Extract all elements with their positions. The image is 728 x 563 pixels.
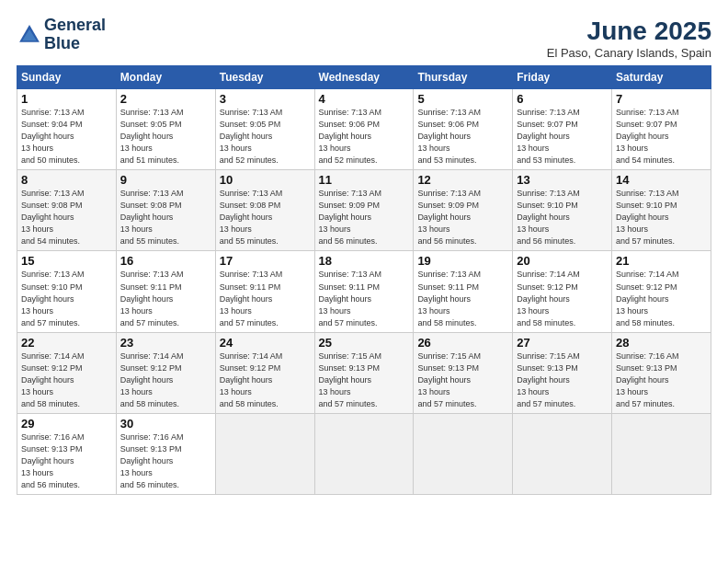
calendar-week-1: 1Sunrise: 7:13 AMSunset: 9:04 PMDaylight… bbox=[17, 89, 711, 170]
calendar-cell: 21Sunrise: 7:14 AMSunset: 9:12 PMDayligh… bbox=[612, 251, 711, 332]
day-number: 19 bbox=[417, 254, 508, 268]
title-area: June 2025 El Paso, Canary Islands, Spain bbox=[547, 17, 711, 60]
day-number: 17 bbox=[220, 254, 311, 268]
calendar-week-5: 29Sunrise: 7:16 AMSunset: 9:13 PMDayligh… bbox=[17, 413, 711, 494]
day-info: Sunrise: 7:13 AMSunset: 9:06 PMDaylight … bbox=[319, 107, 410, 167]
day-info: Sunrise: 7:16 AMSunset: 9:13 PMDaylight … bbox=[616, 350, 707, 410]
calendar-cell: 23Sunrise: 7:14 AMSunset: 9:12 PMDayligh… bbox=[116, 332, 215, 413]
calendar-cell: 8Sunrise: 7:13 AMSunset: 9:08 PMDaylight… bbox=[17, 170, 117, 251]
calendar-cell: 20Sunrise: 7:14 AMSunset: 9:12 PMDayligh… bbox=[513, 251, 612, 332]
calendar-week-2: 8Sunrise: 7:13 AMSunset: 9:08 PMDaylight… bbox=[17, 170, 711, 251]
day-number: 4 bbox=[319, 92, 410, 106]
day-number: 25 bbox=[319, 336, 410, 350]
calendar-cell: 14Sunrise: 7:13 AMSunset: 9:10 PMDayligh… bbox=[612, 170, 711, 251]
calendar-cell bbox=[612, 413, 711, 494]
day-info: Sunrise: 7:13 AMSunset: 9:11 PMDaylight … bbox=[417, 269, 508, 328]
day-info: Sunrise: 7:14 AMSunset: 9:12 PMDaylight … bbox=[21, 350, 112, 410]
day-info: Sunrise: 7:13 AMSunset: 9:05 PMDaylight … bbox=[220, 107, 311, 167]
calendar-header-sunday: Sunday bbox=[17, 66, 117, 89]
calendar-header-wednesday: Wednesday bbox=[314, 66, 414, 89]
day-info: Sunrise: 7:14 AMSunset: 9:12 PMDaylight … bbox=[517, 269, 608, 328]
calendar: SundayMondayTuesdayWednesdayThursdayFrid… bbox=[17, 65, 711, 495]
day-info: Sunrise: 7:13 AMSunset: 9:11 PMDaylight … bbox=[220, 269, 311, 328]
day-info: Sunrise: 7:16 AMSunset: 9:13 PMDaylight … bbox=[21, 431, 112, 491]
calendar-cell: 15Sunrise: 7:13 AMSunset: 9:10 PMDayligh… bbox=[17, 251, 117, 332]
day-number: 22 bbox=[21, 336, 112, 350]
calendar-cell: 29Sunrise: 7:16 AMSunset: 9:13 PMDayligh… bbox=[17, 413, 117, 494]
calendar-week-3: 15Sunrise: 7:13 AMSunset: 9:10 PMDayligh… bbox=[17, 251, 711, 332]
day-number: 14 bbox=[616, 173, 707, 187]
calendar-cell: 25Sunrise: 7:15 AMSunset: 9:13 PMDayligh… bbox=[314, 332, 414, 413]
calendar-cell: 19Sunrise: 7:13 AMSunset: 9:11 PMDayligh… bbox=[414, 251, 513, 332]
day-info: Sunrise: 7:13 AMSunset: 9:07 PMDaylight … bbox=[616, 107, 707, 167]
day-number: 28 bbox=[616, 336, 707, 350]
calendar-cell: 17Sunrise: 7:13 AMSunset: 9:11 PMDayligh… bbox=[215, 251, 314, 332]
calendar-cell: 11Sunrise: 7:13 AMSunset: 9:09 PMDayligh… bbox=[314, 170, 414, 251]
day-number: 29 bbox=[21, 417, 112, 431]
page: General Blue June 2025 El Paso, Canary I… bbox=[0, 0, 728, 563]
calendar-header-thursday: Thursday bbox=[414, 66, 513, 89]
logo-text: General Blue bbox=[44, 17, 106, 53]
calendar-cell: 3Sunrise: 7:13 AMSunset: 9:05 PMDaylight… bbox=[215, 89, 314, 170]
calendar-header-tuesday: Tuesday bbox=[215, 66, 314, 89]
calendar-cell: 16Sunrise: 7:13 AMSunset: 9:11 PMDayligh… bbox=[116, 251, 215, 332]
day-number: 8 bbox=[21, 173, 112, 187]
calendar-cell: 7Sunrise: 7:13 AMSunset: 9:07 PMDaylight… bbox=[612, 89, 711, 170]
day-info: Sunrise: 7:13 AMSunset: 9:08 PMDaylight … bbox=[21, 188, 112, 247]
day-info: Sunrise: 7:13 AMSunset: 9:10 PMDaylight … bbox=[21, 269, 112, 328]
calendar-cell: 5Sunrise: 7:13 AMSunset: 9:06 PMDaylight… bbox=[414, 89, 513, 170]
calendar-cell: 24Sunrise: 7:14 AMSunset: 9:12 PMDayligh… bbox=[215, 332, 314, 413]
day-number: 7 bbox=[616, 92, 707, 106]
day-number: 18 bbox=[319, 254, 410, 268]
calendar-cell: 12Sunrise: 7:13 AMSunset: 9:09 PMDayligh… bbox=[414, 170, 513, 251]
day-info: Sunrise: 7:13 AMSunset: 9:04 PMDaylight … bbox=[21, 107, 112, 167]
calendar-cell: 6Sunrise: 7:13 AMSunset: 9:07 PMDaylight… bbox=[513, 89, 612, 170]
calendar-header-saturday: Saturday bbox=[612, 66, 711, 89]
calendar-cell: 22Sunrise: 7:14 AMSunset: 9:12 PMDayligh… bbox=[17, 332, 117, 413]
day-info: Sunrise: 7:15 AMSunset: 9:13 PMDaylight … bbox=[517, 350, 608, 410]
day-number: 21 bbox=[616, 254, 707, 268]
calendar-cell bbox=[314, 413, 414, 494]
day-info: Sunrise: 7:16 AMSunset: 9:13 PMDaylight … bbox=[120, 431, 211, 491]
calendar-cell: 10Sunrise: 7:13 AMSunset: 9:08 PMDayligh… bbox=[215, 170, 314, 251]
calendar-header-friday: Friday bbox=[513, 66, 612, 89]
logo-icon bbox=[17, 22, 42, 48]
day-info: Sunrise: 7:13 AMSunset: 9:08 PMDaylight … bbox=[220, 188, 311, 247]
day-info: Sunrise: 7:13 AMSunset: 9:07 PMDaylight … bbox=[517, 107, 608, 167]
calendar-cell: 13Sunrise: 7:13 AMSunset: 9:10 PMDayligh… bbox=[513, 170, 612, 251]
day-number: 27 bbox=[517, 336, 608, 350]
calendar-cell: 30Sunrise: 7:16 AMSunset: 9:13 PMDayligh… bbox=[116, 413, 215, 494]
day-number: 24 bbox=[220, 336, 311, 350]
day-info: Sunrise: 7:14 AMSunset: 9:12 PMDaylight … bbox=[616, 269, 707, 328]
day-number: 9 bbox=[120, 173, 211, 187]
day-info: Sunrise: 7:14 AMSunset: 9:12 PMDaylight … bbox=[120, 350, 211, 410]
day-number: 6 bbox=[517, 92, 608, 106]
day-number: 16 bbox=[120, 254, 211, 268]
day-info: Sunrise: 7:13 AMSunset: 9:10 PMDaylight … bbox=[517, 188, 608, 247]
calendar-cell: 9Sunrise: 7:13 AMSunset: 9:08 PMDaylight… bbox=[116, 170, 215, 251]
day-info: Sunrise: 7:13 AMSunset: 9:06 PMDaylight … bbox=[417, 107, 508, 167]
day-info: Sunrise: 7:13 AMSunset: 9:05 PMDaylight … bbox=[120, 107, 211, 167]
day-number: 11 bbox=[319, 173, 410, 187]
day-info: Sunrise: 7:14 AMSunset: 9:12 PMDaylight … bbox=[220, 350, 311, 410]
day-info: Sunrise: 7:13 AMSunset: 9:08 PMDaylight … bbox=[120, 188, 211, 247]
day-info: Sunrise: 7:13 AMSunset: 9:11 PMDaylight … bbox=[319, 269, 410, 328]
day-number: 5 bbox=[417, 92, 508, 106]
day-info: Sunrise: 7:15 AMSunset: 9:13 PMDaylight … bbox=[319, 350, 410, 410]
calendar-header-monday: Monday bbox=[116, 66, 215, 89]
day-number: 3 bbox=[220, 92, 311, 106]
day-info: Sunrise: 7:13 AMSunset: 9:09 PMDaylight … bbox=[417, 188, 508, 247]
day-number: 20 bbox=[517, 254, 608, 268]
header: General Blue June 2025 El Paso, Canary I… bbox=[17, 17, 711, 60]
day-number: 10 bbox=[220, 173, 311, 187]
day-info: Sunrise: 7:15 AMSunset: 9:13 PMDaylight … bbox=[417, 350, 508, 410]
day-number: 12 bbox=[417, 173, 508, 187]
calendar-cell bbox=[513, 413, 612, 494]
calendar-cell: 27Sunrise: 7:15 AMSunset: 9:13 PMDayligh… bbox=[513, 332, 612, 413]
calendar-cell: 4Sunrise: 7:13 AMSunset: 9:06 PMDaylight… bbox=[314, 89, 414, 170]
day-info: Sunrise: 7:13 AMSunset: 9:11 PMDaylight … bbox=[120, 269, 211, 328]
location: El Paso, Canary Islands, Spain bbox=[547, 46, 711, 60]
day-number: 15 bbox=[21, 254, 112, 268]
day-number: 26 bbox=[417, 336, 508, 350]
day-number: 30 bbox=[120, 417, 211, 431]
